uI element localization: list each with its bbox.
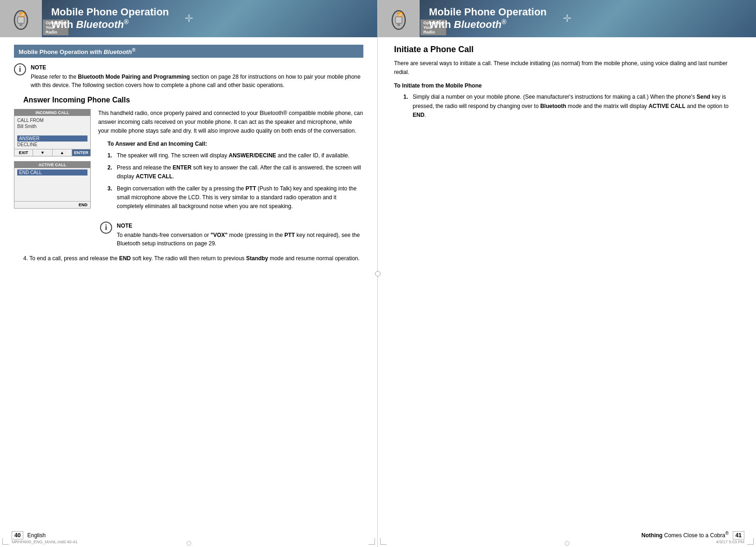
right-corner-br: [747, 538, 754, 545]
instruction-list: 1. The speaker will ring. The screen wil…: [98, 151, 363, 211]
right-bluetooth-phone-icon: 📶: [387, 6, 410, 32]
left-header: ✛ 📶 Operating Your Radio Mobile: [0, 0, 377, 37]
lcd-incoming-body: CALL FROM Bill Smith ANSWER DECLINE: [14, 116, 90, 149]
step-2-text3: .: [173, 173, 174, 180]
page-divider-dot: [375, 271, 381, 277]
step-2: 2. Press and release the ENTER soft key …: [107, 163, 363, 181]
lcd-btn-exit: EXIT: [14, 149, 33, 156]
step-1-text: The speaker will ring. The screen will d…: [117, 152, 229, 159]
right-header-title1: Mobile Phone Operation: [429, 6, 747, 18]
step4-text3: mode and resume normal operation.: [268, 255, 360, 262]
initiate-step-1-bold4: END: [413, 112, 424, 118]
right-corner-bl: [380, 538, 387, 545]
lcd-row-end-call: END CALL: [17, 169, 87, 176]
left-header-title2: With Bluetooth®: [51, 18, 368, 31]
lcd-incoming-footer: EXIT ▼ ▲ ENTER: [14, 149, 90, 156]
initiate-step-1-text4: and the option to: [685, 103, 729, 109]
initiate-step-1-text5: .: [424, 112, 426, 118]
note-label-1: NOTE: [31, 63, 363, 72]
step-1-text2: and the caller ID, if available.: [276, 152, 349, 159]
section-bar: Mobile Phone Operation with Bluetooth®: [14, 45, 363, 58]
note-2b: mode (pressing in the: [227, 232, 284, 238]
note-text-2: NOTE To enable hands-free conversation o…: [117, 222, 363, 248]
bluetooth-phone-icon: 📶: [9, 6, 33, 32]
lcd-active: ACTIVE CALL END CALL END: [14, 161, 91, 209]
step-2-text: Press and release the: [117, 164, 173, 171]
svg-text:📶: 📶: [397, 12, 403, 17]
answer-heading: Answer Incoming Phone Calls: [14, 96, 363, 104]
left-page-num: 40: [12, 531, 23, 540]
left-content: Mobile Phone Operation with Bluetooth® i…: [0, 37, 377, 272]
lcd-row-answer: ANSWER: [17, 135, 87, 142]
initiate-step-1-bold: Send: [696, 94, 710, 100]
initiate-list: 1. Simply dial a number on your mobile p…: [394, 93, 740, 120]
step-1-bold: ANSWER/DECINE: [229, 152, 276, 159]
lcd-row-spacer: [17, 129, 87, 135]
right-content: Initiate a Phone Call There are several …: [378, 37, 756, 132]
lcd-end-btn: END: [79, 203, 87, 207]
lcd-active-body: END CALL: [14, 168, 90, 201]
left-footer: 40 English: [12, 532, 46, 539]
step-4-para: 4. To end a call, press and release the …: [14, 254, 363, 263]
left-header-title1: Mobile Phone Operation: [51, 6, 368, 18]
initiate-step-1: 1. Simply dial a number on your mobile p…: [403, 93, 740, 120]
right-header: ✛ 📶 Operating Your Radio Mobile Phone Op…: [378, 0, 756, 37]
svg-point-2: [20, 23, 22, 26]
lcd-btn-up: ▲: [53, 149, 72, 156]
step-2-bold2: ACTIVE CALL: [136, 173, 173, 180]
corner-br: [368, 538, 375, 545]
step-3-text: Begin conversation with the caller by a …: [117, 185, 246, 192]
center-dot-bottom-right: [565, 541, 569, 546]
lcd-btn-down: ▼: [33, 149, 53, 156]
left-header-text: Mobile Phone Operation With Bluetooth®: [42, 0, 377, 37]
lcd-row-spacer3: [17, 182, 87, 188]
sub-heading: To Initiate from the Mobile Phone: [394, 82, 740, 89]
section-bar-sup: ®: [132, 47, 135, 53]
right-footer: Nothing Comes Close to a Cobra® 41: [642, 531, 744, 539]
initiate-step-1-text: Simply dial a number on your mobile phon…: [413, 94, 696, 100]
svg-rect-1: [18, 17, 24, 23]
step-1-num: 1.: [107, 151, 112, 160]
lcd-incoming-header: INCOMING CALL: [14, 109, 90, 116]
step4-text2: soft key. The radio will then return to …: [131, 255, 246, 262]
lcd-active-footer: END: [14, 201, 90, 208]
instruction-title: To Answer and End an Incoming Call:: [98, 140, 363, 149]
section-bar-italic: Bluetooth: [104, 48, 132, 55]
step4-bold2: Standby: [246, 255, 268, 262]
right-with-prefix: With: [429, 19, 454, 31]
left-page-label: English: [27, 532, 46, 539]
nothing-bold: Nothing: [642, 532, 662, 539]
step4-bold: END: [119, 255, 131, 262]
right-reg-mark: ®: [502, 18, 506, 26]
reg-sup: ®: [725, 531, 729, 536]
lcd-row-spacer5: [17, 194, 87, 200]
right-bluetooth-italic: Bluetooth: [454, 19, 502, 31]
instruction-block: To Answer and End an Incoming Call: 1. T…: [98, 140, 363, 210]
note-icon-1: i: [14, 63, 26, 75]
note-2-bold: "VOX": [210, 232, 227, 238]
lcd-row-decline: DECLINE: [17, 142, 87, 148]
right-header-text: Mobile Phone Operation With Bluetooth®: [420, 0, 756, 37]
lcd-row-bill-smith: Bill Smith: [17, 123, 87, 129]
svg-rect-6: [395, 17, 402, 23]
right-page-num: 41: [733, 531, 744, 540]
lcd-row-call-from: CALL FROM: [17, 117, 87, 123]
right-header-icon-box: 📶 Operating Your Radio: [378, 0, 420, 37]
step-3: 3. Begin conversation with the caller by…: [107, 184, 363, 210]
step-3-bold: PTT: [246, 185, 256, 192]
lcd-btn-enter: ENTER: [72, 149, 90, 156]
answer-section: INCOMING CALL CALL FROM Bill Smith ANSWE…: [14, 109, 363, 214]
note-icon-2: i: [100, 222, 112, 234]
initiate-step-1-bold3: ACTIVE CALL: [649, 103, 685, 109]
initiate-step-1-bold2: Bluetooth: [540, 103, 566, 109]
svg-text:📶: 📶: [20, 12, 25, 17]
section-bar-prefix: Mobile Phone Operation with: [19, 48, 104, 55]
lcd-active-header: ACTIVE CALL: [14, 162, 90, 168]
initiate-heading: Initiate a Phone Call: [394, 45, 740, 54]
lcd-displays: INCOMING CALL CALL FROM Bill Smith ANSWE…: [14, 109, 91, 214]
answer-text: This handheld radio, once properly paire…: [98, 109, 363, 214]
corner-bl: [2, 538, 9, 545]
left-header-icon-box: 📶 Operating Your Radio: [0, 0, 42, 37]
step-1: 1. The speaker will ring. The screen wil…: [107, 151, 363, 160]
initiate-step-1-num: 1.: [403, 93, 408, 101]
